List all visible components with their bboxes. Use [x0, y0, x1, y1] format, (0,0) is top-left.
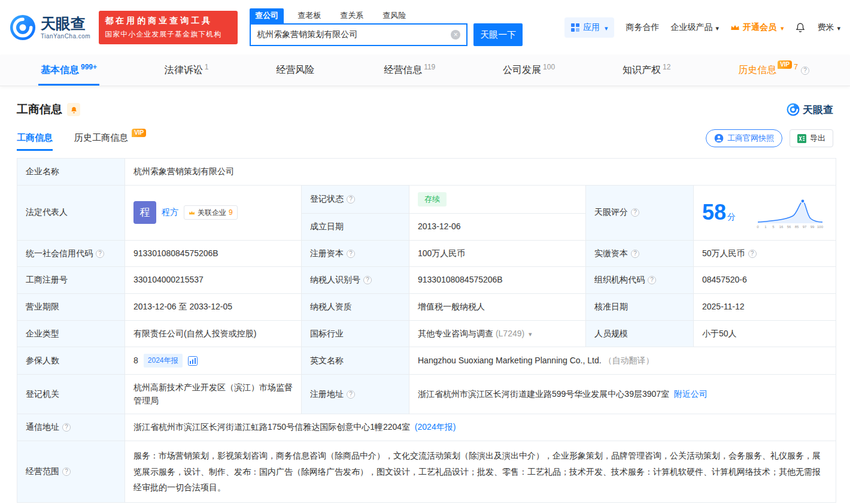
- chevron-down-icon[interactable]: [527, 329, 532, 338]
- reg-address-label: 注册地址: [302, 374, 409, 414]
- establish-date-label: 成立日期: [302, 213, 409, 240]
- top-header: 天眼查 TianYanCha.com 都在用的商业查询工具 国家中小企业发展子基…: [0, 0, 850, 55]
- nav-tab-label: 法律诉讼: [165, 64, 203, 77]
- legal-rep-name-link[interactable]: 程方: [162, 206, 178, 219]
- search-tab-relation[interactable]: 查关系: [335, 8, 369, 23]
- taxpayer-id-label: 纳税人识别号: [302, 267, 409, 294]
- nav-tab-label: 基本信息: [41, 64, 79, 77]
- help-icon[interactable]: [347, 390, 355, 399]
- search-input-box: [250, 23, 468, 46]
- menu-cooperation[interactable]: 商务合作: [626, 22, 659, 33]
- vip-label: 开通会员: [743, 22, 776, 33]
- nav-tab-label: 经营风险: [276, 64, 314, 77]
- org-code-label: 组织机构代码: [586, 267, 694, 294]
- crown-icon: [730, 24, 740, 31]
- apps-menu[interactable]: 应用: [564, 17, 615, 38]
- staff-size-value: 小于50人: [694, 320, 836, 347]
- reg-address-value: 浙江省杭州市滨江区长河街道建业路599号华业发展中心39层3907室 附近公司: [409, 374, 836, 414]
- help-icon[interactable]: [631, 250, 639, 258]
- help-icon[interactable]: [62, 467, 71, 476]
- search-button[interactable]: 天眼一下: [473, 23, 523, 46]
- nav-tab-intellectual-property[interactable]: 知识产权 12: [617, 55, 676, 86]
- tianyancha-logo[interactable]: 天眼查 TianYanCha.com: [10, 14, 90, 41]
- row-legal-rep: 法定代表人 程 程方 关联企业 9: [17, 185, 836, 213]
- official-snapshot-button[interactable]: 工商官网快照: [706, 129, 782, 147]
- search-tab-company[interactable]: 查公司: [250, 8, 284, 23]
- nav-tab-count: 999+: [81, 63, 97, 71]
- nearby-companies-link[interactable]: 附近公司: [674, 389, 708, 399]
- person-icon: [714, 133, 724, 143]
- chevron-down-icon: [836, 23, 840, 32]
- nav-tab-operating-risk[interactable]: 经营风险: [270, 55, 322, 86]
- help-icon[interactable]: [62, 423, 71, 432]
- help-icon[interactable]: [347, 250, 355, 258]
- excel-icon: [797, 134, 806, 143]
- svg-text:100: 100: [817, 225, 824, 229]
- nav-tab-legal-proceedings[interactable]: 法律诉讼 1: [159, 55, 215, 86]
- tianyancha-logo-icon: [787, 103, 800, 116]
- related-label: 关联企业: [198, 207, 226, 218]
- row-mail-address: 通信地址 浙江省杭州市滨江区长河街道江虹路1750号信雅达国际创意中心1幢220…: [17, 414, 836, 441]
- subtab-history-business-info[interactable]: 历史工商信息 VIP: [74, 132, 146, 151]
- reg-capital-value: 100万人民币: [409, 240, 586, 267]
- insured-count-label: 参保人数: [17, 347, 125, 375]
- watermark-brand: 天眼查: [803, 103, 833, 117]
- annual-report-link[interactable]: (2024年报): [415, 422, 456, 432]
- reg-number-value: 330104000215537: [125, 267, 302, 294]
- business-scope-value: 服务：市场营销策划，影视策划咨询，商务信息咨询（除商品中介），文化交流活动策划（…: [125, 441, 836, 502]
- grid-icon: [571, 23, 579, 32]
- user-name: 费米: [817, 22, 834, 33]
- search-tab-risk[interactable]: 查风险: [377, 8, 411, 23]
- subscribe-bell-icon[interactable]: [67, 103, 80, 116]
- help-icon[interactable]: [748, 250, 757, 258]
- score-curve-chart: 0 1 5 16 56 85 97 99 100: [755, 196, 827, 229]
- paid-capital-label: 实缴资本: [586, 240, 694, 267]
- insured-trend-icon[interactable]: [188, 356, 198, 366]
- nav-tab-basic-info[interactable]: 基本信息 999+: [35, 55, 103, 86]
- row-authority-address: 登记机关 杭州高新技术产业开发区（滨江）市场监督管理局 注册地址 浙江省杭州市滨…: [17, 374, 836, 414]
- help-icon[interactable]: [631, 208, 639, 217]
- search-input[interactable]: [251, 25, 466, 45]
- help-icon[interactable]: [801, 66, 809, 75]
- taxpayer-quality-label: 纳税人资质: [302, 293, 409, 320]
- related-count: 9: [229, 207, 233, 218]
- user-menu[interactable]: 费米: [817, 22, 840, 33]
- chevron-down-icon: [779, 23, 784, 32]
- nav-tab-business-info[interactable]: 经营信息 119: [378, 55, 441, 86]
- help-icon[interactable]: [363, 276, 372, 284]
- mail-address-label: 通信地址: [17, 414, 125, 441]
- apps-label: 应用: [583, 22, 600, 33]
- svg-text:99: 99: [810, 225, 815, 229]
- related-companies-badge[interactable]: 关联企业 9: [184, 205, 238, 220]
- menu-enterprise-products[interactable]: 企业级产品: [670, 22, 719, 33]
- help-icon[interactable]: [347, 195, 355, 204]
- chevron-down-icon: [714, 23, 719, 32]
- score-cell[interactable]: 58分 0 1 5 16 56 85 97: [694, 185, 836, 240]
- clear-icon[interactable]: [451, 30, 460, 40]
- nav-tab-history-info[interactable]: 历史信息 VIP 7: [732, 55, 815, 86]
- approval-date-label: 核准日期: [586, 293, 694, 320]
- nav-tab-label: 知识产权: [623, 64, 661, 77]
- legal-rep-avatar[interactable]: 程: [133, 201, 156, 224]
- menu-open-vip[interactable]: 开通会员: [730, 22, 784, 33]
- slogan-line2: 国家中小企业发展子基金旗下机构: [105, 29, 232, 40]
- paid-capital-value: 50万人民币: [694, 240, 836, 267]
- industry-value: 其他专业咨询与调查 (L7249): [409, 320, 586, 347]
- legal-rep-value: 程 程方 关联企业 9: [125, 185, 302, 240]
- annual-report-badge[interactable]: 2024年报: [144, 354, 183, 368]
- nav-tab-count: 1: [205, 63, 209, 71]
- help-icon[interactable]: [648, 276, 656, 284]
- business-info-table: 企业名称 杭州索象营销策划有限公司 法定代表人 程 程方 关联企业 9: [17, 158, 836, 503]
- business-scope-label: 经营范围: [17, 441, 125, 502]
- subtab-business-info[interactable]: 工商信息: [17, 132, 53, 151]
- nav-tab-label: 经营信息: [384, 64, 422, 77]
- slogan-banner: 都在用的商业查询工具 国家中小企业发展子基金旗下机构: [99, 11, 238, 44]
- notification-bell-icon[interactable]: [795, 22, 806, 33]
- table-actions: 工商官网快照 导出: [706, 129, 833, 151]
- approval-date-value: 2025-11-12: [694, 293, 836, 320]
- help-icon[interactable]: [96, 250, 104, 258]
- export-button[interactable]: 导出: [790, 129, 833, 147]
- establish-date-value: 2013-12-06: [409, 213, 586, 240]
- nav-tab-company-development[interactable]: 公司发展 100: [497, 55, 561, 86]
- search-tab-boss[interactable]: 查老板: [292, 8, 326, 23]
